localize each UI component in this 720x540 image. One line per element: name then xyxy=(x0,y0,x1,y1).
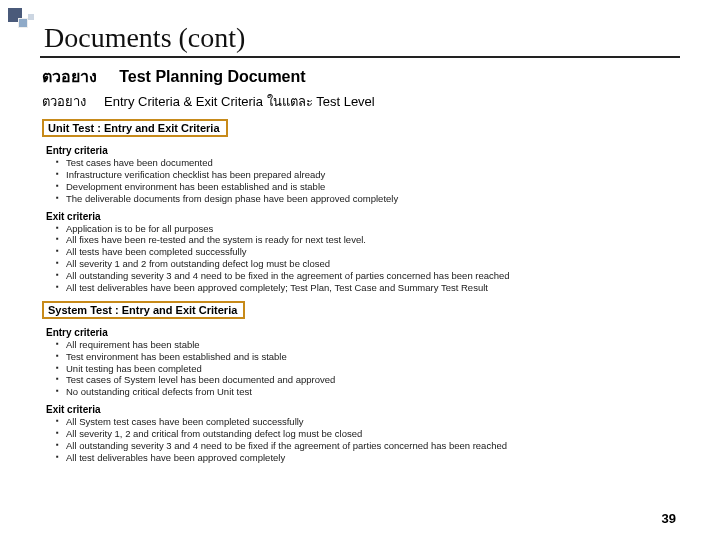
system-entry-list: All requirement has been stable Test env… xyxy=(46,339,680,398)
list-item: Infrastructure verification checklist ha… xyxy=(56,169,680,181)
list-item: All requirement has been stable xyxy=(56,339,680,351)
system-exit-title: Exit criteria xyxy=(46,404,680,415)
corner-decoration xyxy=(8,8,36,36)
list-item: All tests have been completed successful… xyxy=(56,246,680,258)
list-item: All fixes have been re-tested and the sy… xyxy=(56,234,680,246)
list-item: All test deliverables have been approved… xyxy=(56,282,680,294)
example-line-1: ตวอยาง Test Planning Document xyxy=(40,64,680,89)
page-number: 39 xyxy=(662,511,676,526)
list-item: The deliverable documents from design ph… xyxy=(56,193,680,205)
unit-entry-section: Entry criteria Test cases have been docu… xyxy=(46,145,680,205)
unit-exit-section: Exit criteria Application is to be for a… xyxy=(46,211,680,294)
list-item: All severity 1, 2 and critical from outs… xyxy=(56,428,680,440)
list-item: All severity 1 and 2 from outstanding de… xyxy=(56,258,680,270)
system-test-header-box: System Test : Entry and Exit Criteria xyxy=(42,301,245,319)
system-entry-title: Entry criteria xyxy=(46,327,680,338)
list-item: No outstanding critical defects from Uni… xyxy=(56,386,680,398)
unit-entry-list: Test cases have been documented Infrastr… xyxy=(46,157,680,205)
list-item: Application is to be for all purposes xyxy=(56,223,680,235)
list-item: All System test cases have been complete… xyxy=(56,416,680,428)
list-item: All test deliverables have been approved… xyxy=(56,452,680,464)
list-item: Unit testing has been completed xyxy=(56,363,680,375)
list-item: Development environment has been establi… xyxy=(56,181,680,193)
system-entry-section: Entry criteria All requirement has been … xyxy=(46,327,680,398)
list-item: Test cases have been documented xyxy=(56,157,680,169)
unit-exit-list: Application is to be for all purposes Al… xyxy=(46,223,680,294)
list-item: All outstanding severity 3 and 4 need to… xyxy=(56,440,680,452)
example-line-2: ตวอยาง Entry Criteria & Exit Criteria ใน… xyxy=(40,91,680,112)
list-item: Test environment has been established an… xyxy=(56,351,680,363)
example-label-1: ตวอยาง xyxy=(42,68,97,85)
unit-exit-title: Exit criteria xyxy=(46,211,680,222)
page-title: Documents (cont) xyxy=(40,22,680,58)
system-exit-list: All System test cases have been complete… xyxy=(46,416,680,464)
list-item: All outstanding severity 3 and 4 need to… xyxy=(56,270,680,282)
unit-test-header-box: Unit Test : Entry and Exit Criteria xyxy=(42,119,228,137)
system-exit-section: Exit criteria All System test cases have… xyxy=(46,404,680,464)
slide-content: Documents (cont) ตวอยาง Test Planning Do… xyxy=(0,0,720,480)
example-label-2: ตวอยาง xyxy=(42,94,86,109)
list-item: Test cases of System level has been docu… xyxy=(56,374,680,386)
example-text-2: Entry Criteria & Exit Criteria ในแตละ Te… xyxy=(104,94,375,109)
unit-entry-title: Entry criteria xyxy=(46,145,680,156)
example-text-1: Test Planning Document xyxy=(119,68,305,85)
